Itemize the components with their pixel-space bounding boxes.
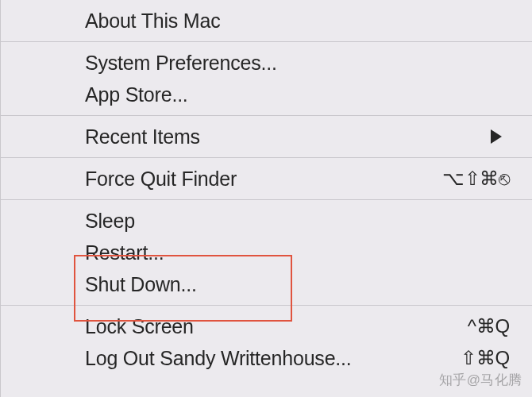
- menu-section: About This Mac: [1, 0, 532, 41]
- menu-section: System Preferences... App Store...: [1, 42, 532, 115]
- menu-item-sleep[interactable]: Sleep: [1, 205, 532, 237]
- menu-item-label: Shut Down...: [85, 273, 197, 296]
- menu-item-shortcut: ⌥⇧⌘⎋: [442, 168, 510, 190]
- menu-item-label: Force Quit Finder: [85, 168, 237, 191]
- menu-item-lock-screen[interactable]: Lock Screen ^⌘Q: [1, 310, 532, 342]
- menu-item-log-out[interactable]: Log Out Sandy Writtenhouse... ⇧⌘Q: [1, 342, 532, 374]
- chevron-right-icon: [491, 129, 502, 144]
- menu-item-shortcut: ⇧⌘Q: [461, 347, 510, 369]
- menu-item-label: Restart...: [85, 241, 164, 264]
- menu-item-system-preferences[interactable]: System Preferences...: [1, 47, 532, 79]
- menu-section: Force Quit Finder ⌥⇧⌘⎋: [1, 158, 532, 199]
- menu-item-label: Log Out Sandy Writtenhouse...: [85, 347, 352, 370]
- menu-item-app-store[interactable]: App Store...: [1, 79, 532, 110]
- menu-item-label: Recent Items: [85, 125, 200, 148]
- menu-item-restart[interactable]: Restart...: [1, 237, 532, 268]
- menu-item-label: System Preferences...: [85, 52, 277, 75]
- menu-section: Sleep Restart... Shut Down...: [1, 200, 532, 305]
- menu-item-label: Lock Screen: [85, 315, 194, 338]
- menu-item-about[interactable]: About This Mac: [1, 5, 532, 37]
- submenu-indicator: [491, 129, 510, 144]
- menu-item-label: App Store...: [85, 83, 188, 106]
- menu-item-recent-items[interactable]: Recent Items: [1, 121, 532, 152]
- menu-item-label: Sleep: [85, 210, 135, 233]
- apple-menu: About This Mac System Preferences... App…: [0, 0, 532, 397]
- menu-section: Recent Items: [1, 116, 532, 157]
- menu-item-shortcut: ^⌘Q: [468, 315, 510, 337]
- menu-section: Lock Screen ^⌘Q Log Out Sandy Writtenhou…: [1, 306, 532, 379]
- menu-item-force-quit[interactable]: Force Quit Finder ⌥⇧⌘⎋: [1, 163, 532, 195]
- menu-item-label: About This Mac: [85, 10, 220, 33]
- menu-item-shut-down[interactable]: Shut Down...: [1, 268, 532, 300]
